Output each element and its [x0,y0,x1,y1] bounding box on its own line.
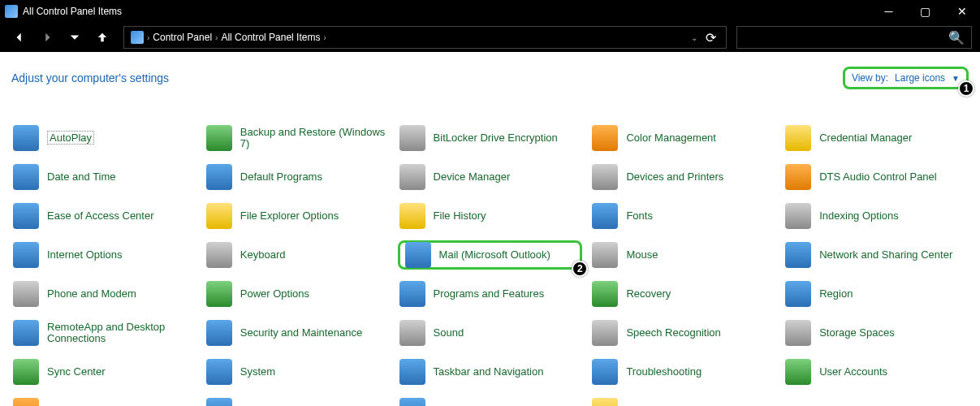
breadcrumb-item[interactable]: Control Panel [149,32,215,43]
view-by-label: View by: [852,72,888,84]
title-bar: All Control Panel Items ─ ▢ ✕ [0,0,980,23]
control-panel-item[interactable]: Internet Options [11,240,196,270]
item-label: Indexing Options [819,210,899,222]
control-panel-icon [131,31,144,44]
forward-button[interactable] [36,26,58,49]
control-panel-item[interactable]: Work Folders [590,396,775,406]
item-icon [785,125,811,151]
item-icon [13,242,39,268]
item-icon [785,242,811,268]
control-panel-item[interactable]: File History [398,201,583,231]
control-panel-item[interactable]: Date and Time [11,162,196,192]
control-panel-item[interactable]: Sync Center [11,357,196,387]
view-by-value[interactable]: Large icons [895,72,945,84]
item-icon [206,164,232,190]
item-label: Date and Time [47,171,116,183]
item-icon [13,125,39,151]
control-panel-item[interactable]: Keyboard [205,240,390,270]
item-label: Credential Manager [819,132,912,144]
control-panel-item[interactable]: Default Programs [205,162,390,192]
control-panel-item[interactable]: Credential Manager [784,123,969,153]
heading-row: Adjust your computer's settings View by:… [11,67,969,97]
item-label: File History [434,210,486,222]
item-icon [592,164,618,190]
minimize-button[interactable]: ─ [870,0,907,23]
control-panel-item[interactable]: DTS Audio Control Panel [784,162,969,192]
control-panel-item[interactable]: Troubleshooting [590,357,775,387]
item-label: Troubleshooting [626,366,702,378]
item-label: Power Options [240,288,309,300]
control-panel-item[interactable]: Security and Maintenance [205,318,390,348]
control-panel-item[interactable]: BitLocker Drive Encryption [398,123,583,153]
chevron-down-icon[interactable]: ▼ [952,74,960,83]
control-panel-item[interactable]: Mouse [590,240,775,270]
item-label: Recovery [626,288,671,300]
item-label: Programs and Features [434,288,545,300]
search-bar[interactable]: 🔍 [736,26,972,49]
chevron-right-icon[interactable]: › [323,33,326,42]
refresh-button[interactable]: ⟳ [706,30,716,45]
item-label: File Explorer Options [240,210,339,222]
item-icon [206,125,232,151]
item-icon [399,359,425,385]
item-label: Speech Recognition [626,327,720,339]
control-panel-item[interactable]: Windows Mobility Center [205,396,390,406]
back-button[interactable] [8,26,31,49]
control-panel-item[interactable]: Taskbar and Navigation [398,357,583,387]
control-panel-item[interactable]: Network and Sharing Center [784,240,969,270]
control-panel-item[interactable]: System [205,357,390,387]
item-icon [13,320,39,346]
item-icon [206,359,232,385]
item-label: User Accounts [819,366,887,378]
close-button[interactable]: ✕ [943,0,980,23]
search-icon[interactable]: 🔍 [948,30,965,45]
breadcrumb-dropdown-icon[interactable]: ⌄ [691,33,697,42]
item-icon [592,398,618,406]
control-panel-item[interactable]: Storage Spaces [784,318,969,348]
breadcrumb-item[interactable]: All Control Panel Items [218,32,323,43]
control-panel-item[interactable]: Programs and Features [398,279,583,309]
control-panel-item[interactable]: Devices and Printers [590,162,775,192]
control-panel-item[interactable]: Windows Tools [398,396,583,406]
page-heading: Adjust your computer's settings [11,71,169,84]
control-panel-item[interactable]: User Accounts [784,357,969,387]
item-label: Ease of Access Center [47,210,154,222]
item-icon [399,125,425,151]
item-icon [592,281,618,307]
window-controls: ─ ▢ ✕ [870,0,980,23]
up-button[interactable] [91,26,114,49]
item-icon [785,164,811,190]
control-panel-item[interactable]: Sound [398,318,583,348]
control-panel-item[interactable]: Ease of Access Center [11,201,196,231]
control-panel-item[interactable]: RemoteApp and Desktop Connections [11,318,196,348]
maximize-button[interactable]: ▢ [907,0,943,23]
control-panel-item[interactable]: Region [784,279,969,309]
control-panel-item[interactable]: Backup and Restore (Windows 7) [205,123,390,153]
item-icon [206,203,232,229]
app-icon [5,5,18,18]
control-panel-item[interactable]: File Explorer Options [205,201,390,231]
view-by-selector[interactable]: View by: Large icons ▼ 1 [843,67,969,89]
item-icon [785,203,811,229]
recent-dropdown-button[interactable] [63,26,86,49]
item-label: Taskbar and Navigation [434,366,544,378]
control-panel-item[interactable]: Mail (Microsoft Outlook)2 [398,240,583,270]
item-icon [399,164,425,190]
control-panel-item[interactable]: Fonts [590,201,775,231]
control-panel-item[interactable]: AutoPlay [11,123,196,153]
control-panel-item[interactable]: Phone and Modem [11,279,196,309]
control-panel-item[interactable]: Indexing Options [784,201,969,231]
control-panel-item[interactable]: Power Options [205,279,390,309]
item-icon [785,320,811,346]
control-panel-item[interactable]: Speech Recognition [590,318,775,348]
control-panel-item[interactable]: Recovery [590,279,775,309]
item-icon [399,398,425,406]
item-label: Keyboard [240,249,286,261]
control-panel-item[interactable]: Color Management [590,123,775,153]
control-panel-item[interactable]: Device Manager [398,162,583,192]
breadcrumb-bar[interactable]: › Control Panel › All Control Panel Item… [123,26,727,49]
item-icon [206,398,232,406]
search-input[interactable] [744,32,948,43]
control-panel-item[interactable]: Windows Defender Firewall [11,396,196,406]
item-icon [206,242,232,268]
